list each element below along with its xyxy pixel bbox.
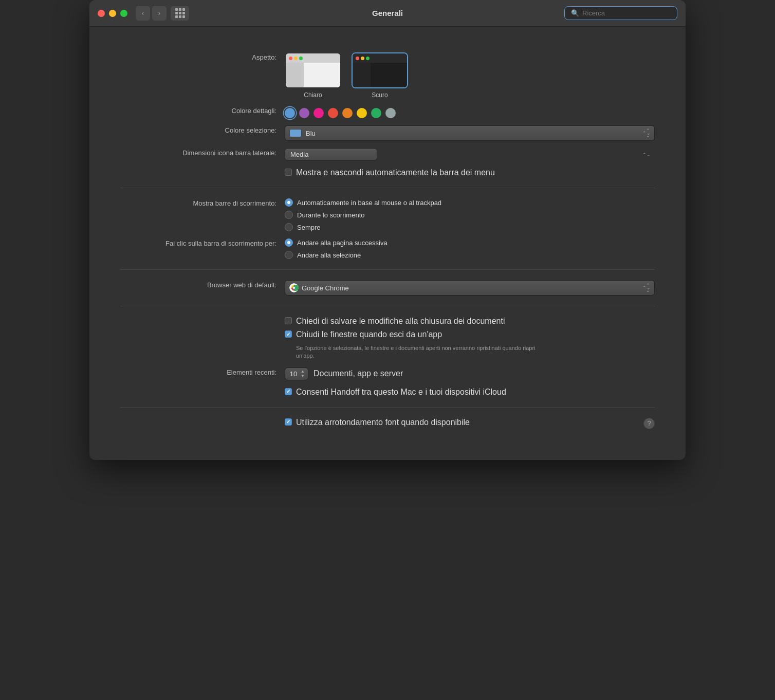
- stepper-up-button[interactable]: ▲: [301, 369, 305, 374]
- font-checkbox[interactable]: [285, 418, 292, 426]
- nav-buttons: ‹ ›: [136, 6, 167, 21]
- scroll-selection-radio[interactable]: [285, 251, 293, 259]
- titlebar: ‹ › Generali 🔍: [89, 0, 686, 27]
- stepper-down-button[interactable]: ▼: [301, 374, 305, 379]
- swatch-orange[interactable]: [342, 108, 353, 118]
- font-smoothing-row: Utilizza arrotondamento font quando disp…: [120, 418, 655, 429]
- auto-hide-menu-row: Mostra e nascondi automaticamente la bar…: [120, 168, 655, 177]
- documents-section: Chiedi di salvare le modifiche alla chiu…: [120, 306, 655, 408]
- color-selection-label: Colore selezione:: [120, 125, 285, 134]
- main-content: Aspetto:: [89, 27, 686, 460]
- chiaro-label: Chiaro: [304, 91, 322, 99]
- browser-select-wrapper[interactable]: Google Chrome ⌃⌄: [285, 280, 655, 296]
- chrome-icon: [289, 283, 299, 292]
- scroll-next-page-radio[interactable]: [285, 238, 293, 247]
- grid-view-button[interactable]: [171, 6, 189, 21]
- maximize-button[interactable]: [120, 10, 127, 17]
- close-button[interactable]: [98, 10, 105, 17]
- scroll-auto-label: Automaticamente in base al mouse o al tr…: [297, 199, 441, 207]
- scroll-scrolling-label: Durante lo scorrimento: [297, 211, 365, 219]
- scroll-scrolling-radio[interactable]: [285, 211, 293, 219]
- close-windows-checkbox-row: Chiudi le finestre quando esci da un'app: [285, 330, 655, 339]
- scroll-click-controls: Andare alla pagina successiva Andare all…: [285, 238, 655, 259]
- swatch-red[interactable]: [328, 108, 338, 118]
- scroll-always-radio[interactable]: [285, 223, 293, 231]
- color-selection-value: Blu: [306, 130, 642, 137]
- close-docs-spacer: [120, 317, 285, 318]
- recent-items-stepper[interactable]: 10 ▲ ▼: [285, 367, 308, 380]
- browser-chevron-icon: ⌃⌄: [646, 283, 650, 293]
- handoff-checkbox[interactable]: [285, 388, 292, 395]
- browser-label: Browser web di default:: [120, 280, 285, 289]
- appearance-thumb-chiaro[interactable]: [285, 52, 341, 88]
- thumb-dark-tl-red: [356, 57, 359, 60]
- scrollbars-label: Mostra barre di scorrimento:: [120, 198, 285, 207]
- swatch-gray[interactable]: [385, 108, 396, 118]
- dark-preview: [353, 53, 407, 87]
- close-windows-checkbox[interactable]: [285, 330, 292, 338]
- appearance-option-chiaro[interactable]: Chiaro: [285, 52, 341, 99]
- back-button[interactable]: ‹: [136, 6, 150, 21]
- recent-items-row: Elementi recenti: 10 ▲ ▼ Documenti, app …: [120, 367, 655, 380]
- appearance-option-scuro[interactable]: Scuro: [352, 52, 408, 99]
- appearance-row: Aspetto:: [120, 52, 655, 99]
- search-icon: 🔍: [571, 9, 579, 17]
- scroll-next-page-label: Andare alla pagina successiva: [297, 239, 387, 247]
- recent-items-value: 10: [288, 370, 299, 378]
- light-titlebar: [286, 53, 340, 63]
- auto-hide-checkbox[interactable]: [285, 169, 292, 176]
- auto-hide-menu-label: [120, 168, 285, 169]
- scroll-scrolling-row: Durante lo scorrimento: [285, 211, 655, 219]
- close-docs-checkbox[interactable]: [285, 317, 292, 324]
- window-title: Generali: [372, 9, 403, 17]
- color-selection-dropdown[interactable]: Blu ⌃⌄: [285, 125, 655, 141]
- scroll-selection-row: Andare alla selezione: [285, 251, 655, 259]
- color-selection-wrapper[interactable]: Blu ⌃⌄: [285, 125, 655, 141]
- color-detail-row: Colore dettagli:: [120, 106, 655, 118]
- forward-button[interactable]: ›: [152, 6, 167, 21]
- swatch-purple[interactable]: [299, 108, 309, 118]
- browser-row: Browser web di default:: [120, 280, 655, 296]
- font-checkbox-row: Utilizza arrotondamento font quando disp…: [285, 418, 655, 429]
- swatch-pink[interactable]: [313, 108, 324, 118]
- scroll-auto-radio[interactable]: [285, 198, 293, 207]
- thumb-tl-red: [289, 57, 292, 60]
- light-sidebar: [286, 63, 304, 88]
- help-button[interactable]: ?: [643, 418, 655, 429]
- browser-dropdown[interactable]: Google Chrome ⌃⌄: [285, 280, 655, 296]
- appearance-options: Chiaro: [285, 52, 655, 99]
- thumb-tl-yellow: [294, 57, 298, 60]
- sidebar-size-select[interactable]: Piccola Media Grande: [285, 148, 377, 161]
- font-section: Utilizza arrotondamento font quando disp…: [120, 408, 655, 439]
- light-content-area: [304, 63, 340, 87]
- scroll-always-row: Sempre: [285, 223, 655, 231]
- handoff-controls: Consenti Handoff tra questo Mac e i tuoi…: [285, 388, 655, 397]
- swatch-blue[interactable]: [285, 108, 295, 118]
- close-windows-text: Chiudi le finestre quando esci da un'app: [296, 330, 442, 339]
- scroll-click-label: Fai clic sulla barra di scorrimento per:: [120, 238, 285, 247]
- swatch-green[interactable]: [371, 108, 381, 118]
- recent-items-suffix: Documenti, app e server: [313, 369, 403, 378]
- grid-icon: [175, 8, 185, 18]
- svg-point-2: [293, 287, 295, 289]
- appearance-label: Aspetto:: [120, 52, 285, 61]
- swatch-yellow[interactable]: [357, 108, 367, 118]
- thumb-dark-tl-yellow: [361, 57, 364, 60]
- appearance-thumb-scuro[interactable]: [352, 52, 408, 88]
- dark-titlebar: [353, 53, 407, 63]
- close-docs-checkbox-row: Chiedi di salvare le modifiche alla chiu…: [285, 317, 655, 326]
- dark-content-area: [371, 63, 407, 87]
- search-input[interactable]: [582, 9, 671, 17]
- color-selection-controls: Blu ⌃⌄: [285, 125, 655, 141]
- browser-controls: Google Chrome ⌃⌄: [285, 280, 655, 296]
- minimize-button[interactable]: [109, 10, 116, 17]
- traffic-lights: [98, 10, 127, 17]
- sidebar-icon-controls: Piccola Media Grande: [285, 148, 655, 161]
- scroll-auto-row: Automaticamente in base al mouse o al tr…: [285, 198, 655, 207]
- sidebar-size-wrapper[interactable]: Piccola Media Grande: [285, 148, 655, 161]
- handoff-spacer: [120, 388, 285, 389]
- appearance-controls: Chiaro: [285, 52, 655, 99]
- sidebar-icon-row: Dimensioni icona barra laterale: Piccola…: [120, 148, 655, 161]
- scrollbars-controls: Automaticamente in base al mouse o al tr…: [285, 198, 655, 231]
- sidebar-icon-label: Dimensioni icona barra laterale:: [120, 148, 285, 157]
